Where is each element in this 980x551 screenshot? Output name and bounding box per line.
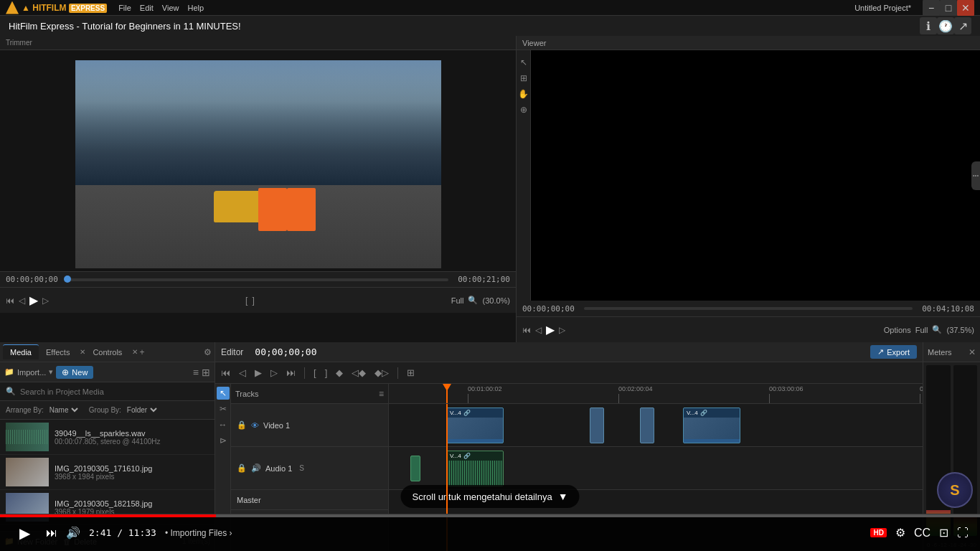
new-button[interactable]: ⊕ New <box>56 366 93 379</box>
subtitles-button[interactable]: CC <box>914 527 930 540</box>
meters-close-button[interactable]: ✕ <box>969 347 976 357</box>
editor-timecode[interactable]: 00;00;00;00 <box>255 347 316 357</box>
ed-to-end[interactable]: ⏭ <box>283 366 298 380</box>
ed-play[interactable]: ▶ <box>252 366 265 380</box>
export-button[interactable]: ↗ Export <box>870 345 917 359</box>
effects-close-icon[interactable]: ✕ <box>80 348 85 356</box>
ruler-mark-3: 00:03:00:06 <box>769 385 804 392</box>
tool-slip[interactable]: ↔ <box>217 418 230 431</box>
settings-button[interactable]: ⚙ <box>895 526 905 540</box>
track-solo-audio1[interactable]: S <box>299 464 304 472</box>
minimize-button[interactable]: − <box>923 0 940 17</box>
trimmer-to-start[interactable]: ⏮ <box>6 296 14 306</box>
ed-prev-frame[interactable]: ◁ <box>236 366 249 380</box>
viewer-step-forward[interactable]: ▷ <box>559 325 565 335</box>
clip-video-2[interactable]: V...4 🔗 <box>683 408 740 443</box>
search-icon: 🔍 <box>6 387 16 396</box>
panel-settings-icon[interactable]: ⚙ <box>204 347 212 357</box>
tab-controls[interactable]: Controls <box>85 345 129 359</box>
tab-effects[interactable]: Effects <box>39 345 77 359</box>
menu-help[interactable]: Help <box>187 4 204 12</box>
track-lock-video1[interactable]: 🔒 <box>237 420 247 430</box>
clip-lock-icon-2: 🔗 <box>700 410 707 416</box>
info-button[interactable]: ℹ <box>920 17 937 34</box>
viewer-total-time: 00:04;10;08 <box>917 304 974 314</box>
search-input[interactable] <box>20 387 209 396</box>
clip-video-small-1[interactable] <box>590 408 604 443</box>
history-button[interactable]: 🕐 <box>937 17 954 34</box>
trimmer-scrubber[interactable] <box>67 278 448 281</box>
media-thumb-audio <box>6 423 49 451</box>
ed-prev-marker[interactable]: ◁◆ <box>349 366 369 380</box>
arrange-select[interactable]: Name <box>47 405 80 415</box>
play-pause-button[interactable]: ▶ <box>11 520 37 546</box>
trimmer-total-time: 00:00;21;00 <box>453 275 510 284</box>
track-mute-audio1[interactable]: 🔊 <box>251 463 261 473</box>
project-title: Untitled Project* <box>854 4 911 12</box>
list-view-button[interactable]: ≡ <box>193 367 199 378</box>
viewer-step-back[interactable]: ◁ <box>535 325 542 335</box>
media-item-audio[interactable]: 39049__ls__sparkles.wav 00:00:07.805, st… <box>0 420 215 455</box>
menu-edit[interactable]: Edit <box>140 4 154 12</box>
share-button[interactable]: ↗ <box>954 17 971 34</box>
clip-audio-1[interactable]: V...4 🔗 <box>446 451 504 486</box>
trimmer-mark-in[interactable]: [ <box>245 296 248 306</box>
menu-view[interactable]: View <box>162 4 179 12</box>
playhead-indicator <box>443 384 451 391</box>
close-button[interactable]: ✕ <box>957 0 974 17</box>
track-lock-audio1[interactable]: 🔒 <box>237 463 247 473</box>
ed-next-marker[interactable]: ◆▷ <box>372 366 392 380</box>
tab-media[interactable]: Media <box>3 344 39 359</box>
viewer-tool-transform[interactable]: ⊕ <box>517 103 530 116</box>
theater-button[interactable]: ⊡ <box>939 526 948 540</box>
more-tabs-btn[interactable]: + <box>139 347 144 357</box>
ruler-line-1 <box>468 394 468 404</box>
ed-add-marker[interactable]: ◆ <box>333 366 346 380</box>
viewer-to-start[interactable]: ⏮ <box>522 325 531 335</box>
clip-audio-small[interactable] <box>410 456 420 481</box>
skip-button[interactable]: ⏭ <box>46 527 57 540</box>
trimmer-mark-out[interactable]: ] <box>252 296 254 306</box>
viewer-zoom-pct: (37.5%) <box>946 326 974 334</box>
viewer-options-button[interactable]: Options <box>884 326 911 334</box>
tool-slide[interactable]: ⊳ <box>217 434 230 447</box>
trimmer-playhead[interactable] <box>64 276 71 283</box>
volume-button[interactable]: 🔊 <box>66 526 80 540</box>
progress-bar[interactable] <box>0 514 980 517</box>
import-label: Import... <box>17 368 46 377</box>
progress-fill <box>0 514 216 517</box>
viewer-play[interactable]: ▶ <box>546 323 555 336</box>
menu-file[interactable]: File <box>118 4 131 12</box>
ed-next-frame[interactable]: ▷ <box>268 366 281 380</box>
trimmer-timeline: 00:00;00;00 00:00;21;00 <box>0 271 516 287</box>
viewer-toggle[interactable]: ••• <box>971 161 980 190</box>
fullscreen-button[interactable]: ⛶ <box>957 527 969 540</box>
group-select[interactable]: Folder <box>124 405 159 415</box>
viewer-tool-zoom[interactable]: ⊞ <box>517 72 530 85</box>
import-expand-icon[interactable]: ▾ <box>49 367 53 377</box>
trimmer-play[interactable]: ▶ <box>29 293 38 307</box>
ed-snap[interactable]: ⊞ <box>404 366 418 380</box>
controls-close-icon[interactable]: ✕ <box>132 348 138 356</box>
arrange-bar: Arrange By: Name Group By: Folder <box>0 401 215 420</box>
clip-video-small-2[interactable] <box>640 408 654 443</box>
chevron-down-icon: ▼ <box>558 491 568 502</box>
trimmer-step-back[interactable]: ◁ <box>19 296 25 306</box>
clip-video-1[interactable]: V...4 🔗 <box>446 408 504 443</box>
trimmer-step-forward[interactable]: ▷ <box>42 296 49 306</box>
maximize-button[interactable]: □ <box>940 0 957 17</box>
tool-slice[interactable]: ✂ <box>217 402 230 415</box>
viewer-scrubber[interactable] <box>584 307 913 310</box>
tool-select[interactable]: ↖ <box>217 387 230 400</box>
media-item-img1[interactable]: IMG_20190305_171610.jpg 3968 x 1984 pixe… <box>0 455 215 490</box>
ed-mark-in[interactable]: [ <box>311 366 319 380</box>
track-label-audio1: Audio 1 <box>265 464 292 473</box>
trimmer-video <box>75 60 441 268</box>
ed-mark-out[interactable]: ] <box>322 366 331 380</box>
viewer-tool-select[interactable]: ↖ <box>517 56 530 69</box>
track-eye-video1[interactable]: 👁 <box>251 421 259 430</box>
tracks-menu-button[interactable]: ≡ <box>379 389 384 399</box>
viewer-tool-pan[interactable]: ✋ <box>517 88 530 100</box>
ed-to-start[interactable]: ⏮ <box>218 366 233 380</box>
grid-view-button[interactable]: ⊞ <box>202 367 210 378</box>
